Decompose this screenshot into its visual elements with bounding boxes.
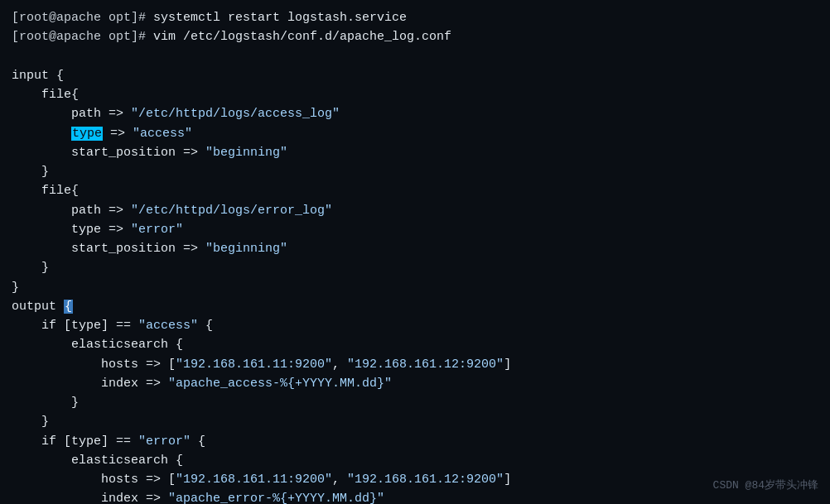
code-line-index2: index => "apache_error-%{+YYYY.MM.dd}": [12, 489, 818, 504]
code-line-hosts1: hosts => ["192.168.161.11:9200", "192.16…: [12, 355, 818, 374]
code-line-if1: if [type] == "access" {: [12, 316, 818, 335]
type-highlight: type: [71, 127, 103, 141]
code-line-path2: path => "/etc/httpd/logs/error_log": [12, 201, 818, 220]
code-line-file1: file{: [12, 85, 818, 104]
terminal-line-1: [root@apache opt]# systemctl restart log…: [12, 8, 818, 27]
code-line-start1: start_position => "beginning": [12, 143, 818, 162]
code-line-if2: if [type] == "error" {: [12, 432, 818, 451]
command-text-2: vim /etc/logstash/conf.d/apache_log.conf: [153, 30, 451, 44]
watermark-text: CSDN @84岁带头冲锋: [713, 478, 818, 494]
blank-line: [12, 47, 818, 66]
code-line-index1: index => "apache_access-%{+YYYY.MM.dd}": [12, 374, 818, 393]
keyword-input: input: [12, 69, 56, 83]
code-line-input-close: }: [12, 278, 818, 297]
code-line-input: input {: [12, 66, 818, 85]
code-line-hosts2: hosts => ["192.168.161.11:9200", "192.16…: [12, 470, 818, 489]
brace-open: {: [56, 69, 64, 83]
code-line-es2: elasticsearch {: [12, 451, 818, 470]
prompt-text-2: [root@apache opt]#: [12, 30, 153, 44]
code-line-type1: type => "access": [12, 124, 818, 143]
terminal-line-2: [root@apache opt]# vim /etc/logstash/con…: [12, 27, 818, 46]
code-line-start2: start_position => "beginning": [12, 239, 818, 258]
code-line-output: output {: [12, 297, 818, 316]
command-text: systemctl restart logstash.service: [153, 11, 407, 25]
code-line-close1: }: [12, 162, 818, 181]
code-line-es1-close: }: [12, 393, 818, 412]
code-line-es1: elasticsearch {: [12, 335, 818, 354]
code-line-type2: type => "error": [12, 220, 818, 239]
output-brace: {: [64, 300, 73, 314]
code-line-if1-close: }: [12, 412, 818, 431]
code-line-close2: }: [12, 258, 818, 277]
prompt-text: [root@apache opt]#: [12, 11, 153, 25]
code-line-file2: file{: [12, 181, 818, 200]
code-line-path1: path => "/etc/httpd/logs/access_log": [12, 104, 818, 123]
terminal-window: [root@apache opt]# systemctl restart log…: [0, 0, 830, 504]
